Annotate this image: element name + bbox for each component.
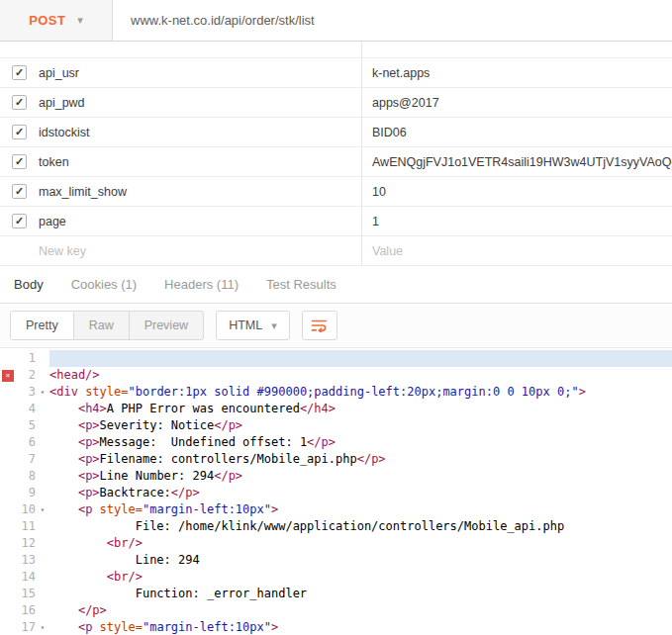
code-content[interactable]: <h4>A PHP Error was encountered</h4> bbox=[49, 401, 672, 417]
gutter-marker bbox=[0, 468, 16, 485]
token-tag: <p bbox=[78, 502, 92, 516]
mode-preview[interactable]: Preview bbox=[130, 312, 203, 339]
code-editor[interactable]: 1✕2<head/>3▾<div style="border:1px solid… bbox=[0, 348, 672, 635]
fold-spacer bbox=[36, 586, 49, 602]
param-value[interactable]: BID06 bbox=[362, 118, 672, 146]
param-checkbox[interactable]: ✓ bbox=[12, 214, 27, 228]
param-key[interactable]: api_pwd bbox=[39, 96, 85, 110]
token-tag: </p> bbox=[78, 603, 107, 617]
line-gutter: 7 bbox=[0, 451, 49, 468]
token-plain bbox=[49, 452, 78, 466]
code-line: 16 </p> bbox=[0, 602, 672, 619]
code-content[interactable]: <p>Severity: Notice</p> bbox=[49, 417, 672, 434]
param-key[interactable]: api_usr bbox=[39, 66, 79, 80]
url-input[interactable]: www.k-net.co.id/api/order/stk/list bbox=[113, 0, 672, 41]
new-value-input[interactable]: Value bbox=[362, 236, 672, 265]
tab-headers-11[interactable]: Headers (11) bbox=[164, 277, 239, 292]
language-dropdown[interactable]: HTML ▾ bbox=[216, 311, 290, 340]
line-gutter: 16 bbox=[0, 602, 49, 619]
token-plain bbox=[49, 620, 78, 634]
code-content[interactable] bbox=[49, 350, 672, 367]
code-content[interactable]: <head/> bbox=[49, 367, 672, 384]
chevron-down-icon: ▾ bbox=[77, 15, 83, 26]
line-number: 15 bbox=[16, 586, 36, 602]
line-gutter: 17▾ bbox=[0, 619, 49, 635]
code-content[interactable]: <p style="margin-left:10px"> bbox=[49, 501, 672, 518]
token-text: Line: 294 bbox=[49, 553, 200, 567]
param-key[interactable]: idstockist bbox=[39, 126, 89, 139]
code-content[interactable]: <div style="border:1px solid #990000;pad… bbox=[49, 384, 672, 401]
fold-spacer bbox=[36, 367, 49, 384]
code-content[interactable]: <p>Filename: controllers/Mobile_api.php<… bbox=[49, 451, 672, 468]
tab-cookies-1[interactable]: Cookies (1) bbox=[71, 277, 137, 292]
code-line: 3▾<div style="border:1px solid #990000;p… bbox=[0, 384, 672, 401]
code-content[interactable]: <p style="margin-left:10px"> bbox=[49, 619, 672, 635]
param-value[interactable]: apps@2017 bbox=[362, 88, 672, 117]
gutter-marker bbox=[0, 518, 16, 535]
fold-arrow-icon[interactable]: ▾ bbox=[36, 384, 49, 401]
token-text: Message: Undefined offset: 1 bbox=[100, 435, 308, 449]
gutter-marker bbox=[0, 434, 16, 451]
wrap-text-button[interactable] bbox=[302, 311, 337, 340]
code-content[interactable]: <p>Backtrace:</p> bbox=[49, 485, 672, 501]
param-checkbox[interactable]: ✓ bbox=[12, 154, 27, 169]
gutter-marker bbox=[0, 401, 16, 417]
token-tag: </p> bbox=[214, 418, 242, 432]
tab-body[interactable]: Body bbox=[14, 277, 44, 292]
param-key[interactable]: max_limit_show bbox=[39, 185, 127, 199]
token-text: Severity: Notice bbox=[100, 418, 215, 432]
code-content[interactable]: </p> bbox=[49, 602, 672, 619]
code-content[interactable]: File: /home/klink/www/application/contro… bbox=[49, 518, 672, 535]
token-plain bbox=[49, 486, 78, 499]
method-selector[interactable]: POST ▾ bbox=[0, 0, 113, 41]
line-number: 4 bbox=[16, 401, 36, 417]
new-key-input[interactable]: New key bbox=[39, 244, 86, 258]
param-value[interactable]: k-net.apps bbox=[362, 58, 672, 87]
code-content[interactable]: <br/> bbox=[49, 535, 672, 552]
param-value[interactable]: AwENQgjFVJ1o1VETR4saili19HW3w4UTjV1syyVA… bbox=[362, 147, 672, 176]
line-number: 3 bbox=[16, 384, 36, 401]
wrap-text-icon bbox=[311, 318, 328, 332]
token-tag: </p> bbox=[307, 435, 336, 449]
param-checkbox[interactable]: ✓ bbox=[12, 125, 27, 139]
code-content[interactable]: Line: 294 bbox=[49, 552, 672, 569]
param-value[interactable]: 1 bbox=[362, 207, 672, 235]
param-key[interactable]: page bbox=[39, 215, 66, 228]
gutter-marker bbox=[0, 384, 16, 401]
line-number: 13 bbox=[16, 552, 36, 569]
token-text: Filename: controllers/Mobile_api.php bbox=[100, 452, 357, 466]
code-content[interactable]: <p>Message: Undefined offset: 1</p> bbox=[49, 434, 672, 451]
code-line: 9 <p>Backtrace:</p> bbox=[0, 485, 672, 501]
line-number: 6 bbox=[16, 434, 36, 451]
mode-raw[interactable]: Raw bbox=[74, 312, 130, 339]
param-checkbox[interactable]: ✓ bbox=[12, 184, 27, 199]
code-line: 8 <p>Line Number: 294</p> bbox=[0, 468, 672, 485]
code-line: 15 Function: _error_handler bbox=[0, 586, 672, 602]
code-content[interactable]: <p>Line Number: 294</p> bbox=[49, 468, 672, 485]
code-content[interactable]: Function: _error_handler bbox=[49, 586, 672, 602]
chevron-down-icon: ▾ bbox=[271, 320, 277, 331]
line-gutter: 12 bbox=[0, 535, 49, 552]
fold-arrow-icon[interactable]: ▾ bbox=[36, 619, 49, 635]
fold-spacer bbox=[36, 468, 49, 485]
token-tag: <h4> bbox=[78, 402, 107, 415]
fold-arrow-icon[interactable]: ▾ bbox=[36, 501, 49, 518]
mode-pretty[interactable]: Pretty bbox=[11, 312, 74, 339]
line-gutter: ✕2 bbox=[0, 367, 49, 384]
line-gutter: 6 bbox=[0, 434, 49, 451]
tab-test-results[interactable]: Test Results bbox=[266, 277, 336, 292]
fold-spacer bbox=[36, 350, 49, 367]
code-content[interactable]: <br/> bbox=[49, 569, 672, 586]
token-tag: > bbox=[271, 502, 278, 516]
line-gutter: 9 bbox=[0, 485, 49, 501]
method-label: POST bbox=[29, 13, 65, 28]
param-key[interactable]: token bbox=[39, 155, 69, 169]
gutter-marker bbox=[0, 485, 16, 501]
params-table: ✓api_usrk-net.apps✓api_pwdapps@2017✓idst… bbox=[0, 42, 672, 266]
param-value[interactable]: 10 bbox=[362, 177, 672, 206]
param-checkbox[interactable]: ✓ bbox=[12, 95, 27, 110]
line-gutter: 11 bbox=[0, 518, 49, 535]
param-checkbox[interactable]: ✓ bbox=[12, 65, 27, 80]
token-str: "border:1px solid #990000;padding-left:2… bbox=[129, 385, 579, 399]
view-mode-bar: PrettyRawPreview HTML ▾ bbox=[0, 304, 672, 348]
